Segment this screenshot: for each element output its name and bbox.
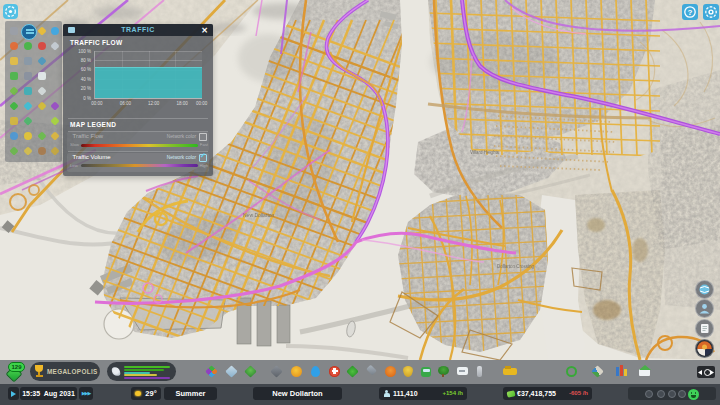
svg-text:Villard Heights: Villard Heights bbox=[470, 150, 500, 155]
svg-text:New Dollarton: New Dollarton bbox=[243, 212, 275, 218]
svg-text:Dollarton Crossing: Dollarton Crossing bbox=[497, 264, 535, 269]
svg-text:?: ? bbox=[688, 8, 693, 17]
